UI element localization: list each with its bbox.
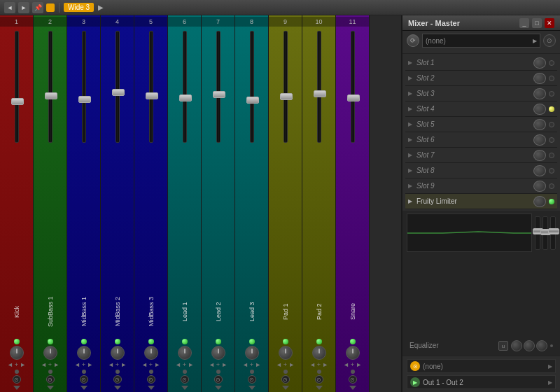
fx-slot-6[interactable]: ▶ Slot 6 — [405, 132, 557, 148]
tri-3 — [80, 386, 88, 390]
clock-3[interactable]: ⊙ — [80, 375, 88, 384]
fx-slot-10-btn[interactable] — [533, 196, 546, 207]
fx-slot-2[interactable]: ▶ Slot 2 — [405, 71, 557, 86]
fx-slot-9[interactable]: ▶ Slot 9 — [405, 178, 557, 194]
eq-knob-1[interactable] — [511, 340, 522, 351]
stereo-arrows-11[interactable]: ◄+► — [336, 361, 369, 368]
fx-slot-3[interactable]: ▶ Slot 3 — [405, 86, 557, 102]
clock-7[interactable]: ⊙ — [214, 375, 223, 384]
window-controls: _ □ ✕ — [519, 18, 554, 28]
channel-bottom-7: ◄+► ⊙ — [202, 361, 234, 392]
fx-slot-7-btn[interactable] — [533, 150, 546, 161]
channel-4[interactable]: 4 MidBass 2 ◄+► ⊙ — [101, 15, 134, 392]
arrow-right-icon[interactable]: ► — [18, 2, 29, 13]
fx-slot-4-btn[interactable] — [533, 104, 546, 115]
channel-bottom-4: ◄+► ⊙ — [101, 361, 134, 392]
channel-knob-6[interactable] — [178, 346, 192, 360]
clock-8[interactable]: ⊙ — [248, 375, 256, 384]
preset-arrow[interactable]: ▶ — [98, 4, 104, 11]
fx-slot-2-btn[interactable] — [533, 73, 546, 84]
tri-2 — [47, 386, 54, 390]
sends-dropdown[interactable]: (none) ▶ — [422, 34, 540, 48]
channel-8[interactable]: 8 Lead 3 ◄+► ⊙ — [235, 15, 269, 392]
minimize-button[interactable]: _ — [519, 18, 529, 28]
channel-9[interactable]: 9 Pad 1 ◄+► ⊙ — [269, 15, 302, 392]
fx-slot-8-led — [549, 168, 554, 174]
channel-2[interactable]: 2 SubBass 1 ◄+► ⊙ — [34, 15, 67, 392]
stereo-arrows-7[interactable]: ◄+► — [202, 361, 234, 368]
eq-label: Equalizer — [410, 342, 439, 349]
channel-led-3 — [81, 339, 87, 344]
fx-slot-5-btn[interactable] — [533, 119, 546, 130]
output-slot-text: Out 1 - Out 2 — [423, 379, 545, 386]
fx-slot-1-btn[interactable] — [533, 57, 546, 69]
channel-7[interactable]: 7 Lead 2 ◄+► ⊙ — [202, 15, 235, 392]
channel-number-11: 11 — [336, 17, 369, 27]
channel-knob-3[interactable] — [77, 346, 91, 360]
pin-icon[interactable]: 📌 — [32, 2, 43, 13]
fx-slot-8-btn[interactable] — [533, 165, 546, 176]
clock-4[interactable]: ⊙ — [113, 375, 122, 384]
fx-slot-5[interactable]: ▶ Slot 5 — [405, 117, 557, 132]
clock-6[interactable]: ⊙ — [181, 375, 189, 384]
channel-1[interactable]: 1 Kick ◄+► ⊙ — [0, 15, 34, 392]
stereo-arrows-10[interactable]: ◄+► — [302, 361, 335, 368]
channel-6[interactable]: 6 Lead 1 ◄+► ⊙ — [168, 15, 202, 392]
channel-knob-9[interactable] — [279, 346, 293, 360]
fx-slot-4[interactable]: ▶ Slot 4 — [405, 102, 557, 117]
output-slot[interactable]: ▶ Out 1 - Out 2 ▶ — [407, 375, 556, 389]
menu-icon[interactable] — [46, 4, 55, 12]
channel-knob-10[interactable] — [312, 346, 326, 360]
fx-slot-10-fruity-limiter[interactable]: ▶ Fruity Limiter — [405, 194, 557, 209]
clock-9[interactable]: ⊙ — [281, 375, 290, 384]
fx-slot-6-btn[interactable] — [533, 134, 546, 146]
eq-knob-3[interactable] — [536, 340, 547, 351]
channel-3[interactable]: 3 MidBass 1 ◄+► ⊙ — [67, 15, 101, 392]
fx-slot-5-arrow: ▶ — [408, 121, 414, 127]
channel-led-9 — [283, 339, 288, 344]
clock-11[interactable]: ⊙ — [349, 375, 357, 384]
channel-10[interactable]: 10 Pad 2 ◄+► ⊙ — [302, 15, 336, 392]
eq-toggle-btn[interactable]: u — [498, 341, 508, 351]
eq-knob-2[interactable] — [524, 340, 535, 351]
fx-slot-6-arrow: ▶ — [408, 136, 414, 143]
stereo-arrows-1[interactable]: ◄+► — [0, 361, 33, 368]
clock-10[interactable]: ⊙ — [315, 375, 323, 384]
stereo-arrows-3[interactable]: ◄+► — [67, 361, 100, 368]
maximize-button[interactable]: □ — [532, 18, 542, 28]
clock-5[interactable]: ⊙ — [147, 375, 155, 384]
channel-knob-11[interactable] — [346, 346, 360, 360]
channel-bottom-10: ◄+► ⊙ — [302, 361, 335, 392]
channel-5[interactable]: 5 MidBass 3 ◄+► ⊙ — [134, 15, 168, 392]
channel-knob-5[interactable] — [144, 346, 158, 360]
sends-value: (none) — [426, 37, 446, 45]
stereo-arrows-6[interactable]: ◄+► — [168, 361, 201, 368]
fx-slot-9-btn[interactable] — [533, 181, 546, 192]
channel-11[interactable]: 11 Snare ◄+► ⊙ — [336, 15, 370, 392]
fx-slot-3-btn[interactable] — [533, 88, 546, 99]
close-button[interactable]: ✕ — [545, 18, 554, 28]
channel-knob-2[interactable] — [43, 346, 57, 360]
stereo-arrows-9[interactable]: ◄+► — [269, 361, 302, 368]
clock-1[interactable]: ⊙ — [13, 375, 21, 384]
preset-label[interactable]: Wide 3 — [64, 3, 94, 12]
fx-slot-7[interactable]: ▶ Slot 7 — [405, 148, 557, 163]
fx-slot-9-arrow: ▶ — [408, 183, 414, 189]
fx-slot-6-led — [549, 137, 554, 143]
channel-knob-1[interactable] — [10, 346, 24, 360]
tri-10 — [316, 386, 323, 390]
fx-slot-7-name: Slot 7 — [416, 151, 531, 159]
stereo-arrows-4[interactable]: ◄+► — [101, 361, 134, 368]
send-slot[interactable]: ⊙ (none) ▶ — [407, 359, 556, 373]
stereo-arrows-8[interactable]: ◄+► — [235, 361, 268, 368]
stereo-arrows-5[interactable]: ◄+► — [134, 361, 167, 368]
fx-slot-1[interactable]: ▶ Slot 1 — [405, 55, 557, 71]
arrow-left-icon[interactable]: ◄ — [4, 2, 15, 13]
sends-clock[interactable]: ⊙ — [543, 34, 556, 47]
stereo-arrows-2[interactable]: ◄+► — [34, 361, 66, 368]
channel-knob-8[interactable] — [245, 346, 259, 360]
channel-knob-7[interactable] — [211, 346, 225, 360]
clock-2[interactable]: ⊙ — [46, 375, 55, 384]
channel-knob-4[interactable] — [111, 346, 125, 360]
fx-slot-8[interactable]: ▶ Slot 8 — [405, 163, 557, 178]
